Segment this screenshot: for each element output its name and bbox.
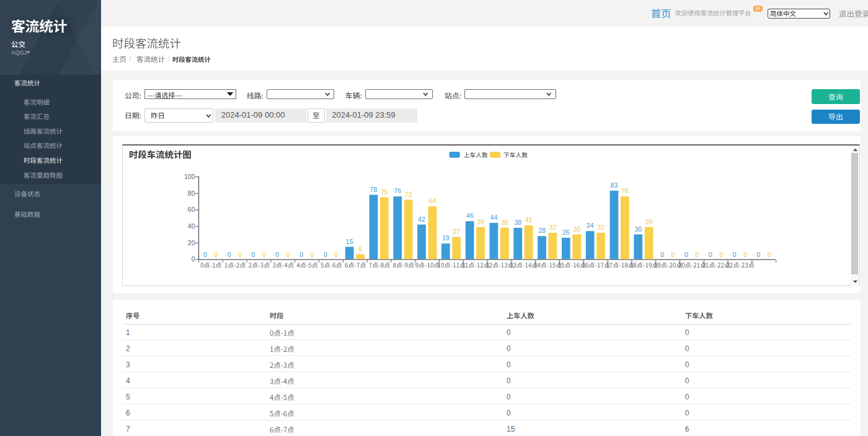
svg-text:83: 83 bbox=[611, 181, 618, 189]
svg-text:32: 32 bbox=[597, 224, 604, 231]
svg-text:75: 75 bbox=[381, 188, 388, 195]
svg-text:42: 42 bbox=[418, 215, 425, 222]
svg-text:19: 19 bbox=[442, 234, 450, 242]
svg-text:0: 0 bbox=[768, 250, 771, 258]
svg-text:41: 41 bbox=[525, 216, 533, 224]
svg-text:46: 46 bbox=[466, 212, 474, 219]
svg-text:30: 30 bbox=[634, 225, 642, 232]
svg-text:44: 44 bbox=[490, 214, 498, 221]
svg-text:0: 0 bbox=[756, 250, 760, 258]
svg-text:0: 0 bbox=[671, 250, 675, 258]
svg-text:72: 72 bbox=[405, 190, 412, 198]
svg-text:34: 34 bbox=[587, 222, 594, 229]
svg-text:28: 28 bbox=[538, 227, 546, 234]
svg-text:76: 76 bbox=[394, 187, 401, 194]
svg-text:15: 15 bbox=[346, 237, 353, 245]
svg-text:0: 0 bbox=[214, 250, 218, 258]
svg-text:30: 30 bbox=[573, 225, 580, 232]
svg-text:40: 40 bbox=[188, 222, 195, 229]
svg-text:0: 0 bbox=[324, 250, 327, 258]
svg-text:0: 0 bbox=[275, 250, 279, 258]
svg-text:20: 20 bbox=[188, 238, 195, 246]
svg-text:0: 0 bbox=[299, 250, 303, 258]
svg-text:0: 0 bbox=[719, 250, 723, 258]
svg-text:0: 0 bbox=[286, 250, 290, 258]
svg-text:26: 26 bbox=[562, 229, 570, 236]
svg-text:39: 39 bbox=[477, 217, 484, 225]
svg-text:0: 0 bbox=[709, 250, 712, 258]
svg-text:38: 38 bbox=[514, 219, 521, 226]
svg-text:100: 100 bbox=[184, 172, 195, 180]
svg-text:78: 78 bbox=[370, 185, 378, 193]
svg-text:0: 0 bbox=[743, 250, 747, 258]
svg-text:0: 0 bbox=[660, 250, 664, 258]
svg-text:0: 0 bbox=[695, 250, 699, 258]
svg-text:0: 0 bbox=[228, 250, 231, 258]
svg-text:0: 0 bbox=[311, 250, 314, 258]
svg-text:60: 60 bbox=[188, 206, 195, 213]
svg-text:0: 0 bbox=[334, 250, 338, 258]
svg-text:0: 0 bbox=[684, 250, 688, 258]
svg-text:0: 0 bbox=[203, 250, 207, 258]
svg-text:6: 6 bbox=[358, 245, 362, 252]
svg-text:0: 0 bbox=[252, 250, 255, 258]
svg-text:80: 80 bbox=[188, 189, 195, 196]
svg-text:64: 64 bbox=[429, 197, 436, 204]
svg-text:0: 0 bbox=[733, 250, 737, 258]
svg-text:76: 76 bbox=[621, 187, 629, 194]
svg-text:0: 0 bbox=[262, 250, 266, 258]
svg-text:32: 32 bbox=[549, 224, 557, 231]
svg-text:0: 0 bbox=[192, 255, 195, 263]
svg-text:38: 38 bbox=[501, 219, 508, 226]
svg-text:27: 27 bbox=[453, 227, 460, 235]
svg-text:39: 39 bbox=[645, 217, 653, 225]
svg-text:0: 0 bbox=[238, 250, 242, 258]
